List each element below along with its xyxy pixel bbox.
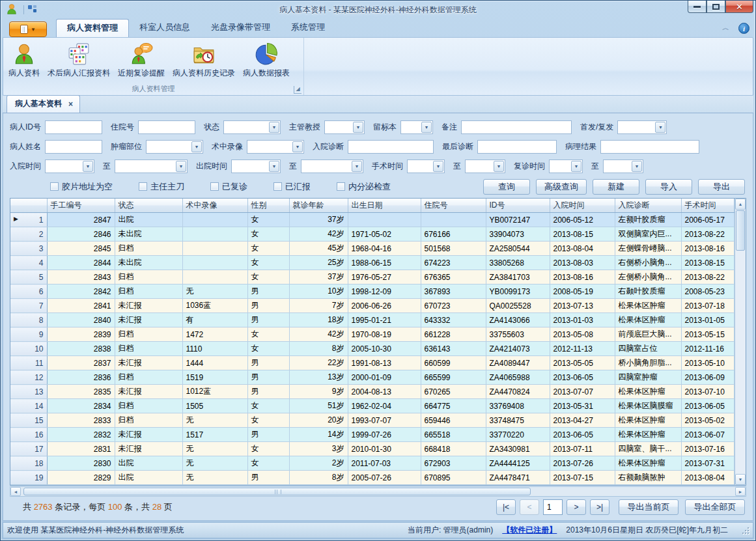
checkbox-1[interactable]: 胶片地址为空 bbox=[50, 181, 113, 193]
horizontal-scroll-thumb[interactable] bbox=[23, 488, 531, 495]
last-page-button[interactable]: >| bbox=[590, 499, 609, 515]
table-row[interactable]: 122836归档1519男13岁2000-01-09665599ZA406598… bbox=[10, 370, 735, 385]
scroll-left-icon[interactable]: ◄ bbox=[10, 487, 21, 496]
first-page-button[interactable]: |< bbox=[496, 499, 516, 515]
surgery-date-to-combo[interactable]: ▼ bbox=[465, 160, 505, 173]
admission-date-from-combo[interactable]: ▼ bbox=[45, 160, 94, 173]
tumor-site-combo[interactable]: ▼ bbox=[146, 140, 203, 154]
advanced-query-button[interactable]: 高级查询 bbox=[536, 179, 587, 195]
column-header-6[interactable]: 出生日期 bbox=[348, 199, 421, 213]
table-row[interactable]: 182830出院无女2岁2011-07-03672903ZA4444125201… bbox=[10, 456, 735, 471]
admission-date-to-combo[interactable]: ▼ bbox=[115, 160, 188, 173]
ribbon-tab-1[interactable]: 病人资料管理 bbox=[56, 19, 129, 37]
chevron-down-icon[interactable]: ▼ bbox=[83, 161, 93, 172]
layout-squares-icon[interactable] bbox=[27, 3, 38, 16]
specimen-kept-combo[interactable]: ▼ bbox=[400, 120, 433, 134]
table-row[interactable]: 152833归档无女20岁1993-07-0765944633748475201… bbox=[10, 413, 735, 428]
tab-patient-basic-info[interactable]: 病人基本资料 × bbox=[7, 95, 80, 113]
patient-name-input[interactable] bbox=[45, 140, 102, 154]
revisit-date-from-combo[interactable]: ▼ bbox=[549, 160, 583, 173]
chevron-down-icon[interactable]: ▼ bbox=[176, 161, 186, 172]
chevron-down-icon[interactable]: ▼ bbox=[655, 122, 665, 133]
ribbon-tab-2[interactable]: 科室人员信息 bbox=[129, 19, 201, 37]
chevron-down-icon[interactable]: ▼ bbox=[269, 161, 279, 172]
chevron-down-icon[interactable]: ▼ bbox=[433, 161, 443, 172]
checkbox-box[interactable] bbox=[50, 182, 59, 191]
checkbox-2[interactable]: 主任主刀 bbox=[139, 181, 184, 193]
ribbon-button-history-folder-clock[interactable]: 病人资料历史记录 bbox=[169, 40, 239, 81]
horizontal-scrollbar[interactable]: ◄ ► bbox=[10, 486, 746, 497]
ribbon-button-report-calendar[interactable]: 术后病人汇报资料 bbox=[44, 40, 114, 81]
scroll-down-icon[interactable]: ▼ bbox=[735, 474, 746, 485]
table-row[interactable]: 172831未汇报无女3岁2010-01-30668418ZA343098120… bbox=[10, 442, 735, 456]
column-header-1[interactable]: 手工编号 bbox=[47, 199, 115, 213]
resize-grip[interactable] bbox=[742, 527, 749, 534]
table-row[interactable]: 192829出院无男8岁2005-07-26670895ZA4478471201… bbox=[10, 471, 735, 485]
table-row[interactable]: 92839归档1472女42岁1970-08-19661228337556032… bbox=[10, 327, 735, 342]
first-or-relapse-combo[interactable]: ▼ bbox=[617, 120, 667, 134]
checkbox-4[interactable]: 已汇报 bbox=[273, 181, 311, 193]
query-button[interactable]: 查询 bbox=[483, 179, 530, 195]
table-row[interactable]: 72841未汇报1036蓝男7岁2006-06-26670723QA002552… bbox=[10, 299, 735, 313]
ribbon-button-pie-chart[interactable]: 病人数据报表 bbox=[239, 40, 294, 81]
column-header-indicator[interactable] bbox=[10, 199, 47, 213]
chevron-down-icon[interactable]: ▼ bbox=[571, 161, 581, 172]
column-header-7[interactable]: 住院号 bbox=[421, 199, 486, 213]
table-row[interactable]: 52843归档女37岁1976-05-27676365ZA38417032013… bbox=[10, 270, 735, 284]
remarks-input[interactable] bbox=[461, 120, 572, 134]
table-row[interactable]: 132835未汇报1012蓝男9岁2004-08-13670265ZA44708… bbox=[10, 385, 735, 399]
collapse-ribbon-icon[interactable]: ︿ bbox=[722, 25, 729, 33]
admission-no-input[interactable] bbox=[138, 120, 195, 134]
table-row[interactable]: 112837未汇报1444男22岁1991-08-13660599ZA40894… bbox=[10, 356, 735, 370]
column-header-8[interactable]: ID号 bbox=[486, 199, 550, 213]
column-header-3[interactable]: 术中录像 bbox=[182, 199, 247, 213]
final-diagnosis-input[interactable] bbox=[477, 140, 557, 154]
export-button[interactable]: 导出 bbox=[698, 179, 745, 195]
maximize-button[interactable] bbox=[707, 1, 725, 13]
table-row[interactable]: 32845归档女45岁1968-04-16501568ZA25805442013… bbox=[10, 242, 735, 256]
chevron-down-icon[interactable]: ▼ bbox=[269, 122, 279, 133]
app-person-icon[interactable] bbox=[6, 3, 18, 18]
page-number-input[interactable]: 1 bbox=[543, 499, 563, 515]
close-button[interactable]: ✕ bbox=[725, 1, 753, 13]
column-header-5[interactable]: 就诊年龄 bbox=[289, 199, 348, 213]
minimize-button[interactable] bbox=[688, 1, 707, 13]
chevron-down-icon[interactable]: ▼ bbox=[292, 141, 303, 152]
chevron-down-icon[interactable]: ▼ bbox=[494, 161, 504, 172]
scroll-right-icon[interactable]: ► bbox=[735, 487, 746, 496]
table-row[interactable]: 1▶2847出院女37岁YB00721472006-05-12左额叶胶质瘤200… bbox=[10, 213, 735, 227]
checkbox-box[interactable] bbox=[210, 182, 219, 191]
table-row[interactable]: 162832未汇报1517男14岁1999-07-266655183377022… bbox=[10, 428, 735, 442]
table-row[interactable]: 42844未出院女25岁1988-06-15674223338052682013… bbox=[10, 256, 735, 270]
table-row[interactable]: 22846未出院女42岁1971-05-02676166339040732013… bbox=[10, 227, 735, 242]
column-header-9[interactable]: 入院时间 bbox=[550, 199, 615, 213]
chief-professor-combo[interactable]: ▼ bbox=[324, 120, 365, 134]
chevron-down-icon[interactable]: ▼ bbox=[632, 161, 642, 172]
checkbox-box[interactable] bbox=[273, 182, 282, 191]
vertical-scroll-thumb[interactable] bbox=[736, 210, 745, 251]
next-page-button[interactable]: > bbox=[567, 499, 586, 515]
table-row[interactable]: 142834归档1505女51岁1962-02-0466477533769408… bbox=[10, 399, 735, 413]
export-current-page-button[interactable]: 导出当前页 bbox=[619, 499, 679, 515]
tab-close-icon[interactable]: × bbox=[68, 100, 73, 109]
checkbox-5[interactable]: 内分泌检查 bbox=[337, 181, 391, 193]
export-all-pages-button[interactable]: 导出全部页 bbox=[685, 499, 745, 515]
table-row[interactable]: 62842归档无男10岁1998-12-09367893YB0099173200… bbox=[10, 284, 735, 299]
dialog-launcher-icon[interactable]: ◢ bbox=[294, 86, 301, 94]
chevron-down-icon[interactable]: ▼ bbox=[421, 122, 432, 133]
status-combo[interactable]: ▼ bbox=[223, 120, 281, 134]
column-header-4[interactable]: 性别 bbox=[247, 199, 289, 213]
admission-diagnosis-input[interactable] bbox=[348, 140, 434, 154]
import-button[interactable]: 导入 bbox=[645, 179, 692, 195]
chevron-down-icon[interactable]: ▼ bbox=[191, 141, 202, 152]
new-button[interactable]: 新建 bbox=[593, 179, 639, 195]
discharge-date-to-combo[interactable]: ▼ bbox=[301, 160, 363, 173]
column-header-11[interactable]: 手术时间 bbox=[681, 199, 735, 213]
surgery-date-from-combo[interactable]: ▼ bbox=[407, 160, 445, 173]
table-row[interactable]: 102838归档1110女8岁2005-10-30636143ZA4214073… bbox=[10, 342, 735, 356]
checkbox-box[interactable] bbox=[337, 182, 345, 191]
ribbon-button-revisit-reminder[interactable]: 近期复诊提醒 bbox=[114, 40, 169, 81]
ribbon-tab-4[interactable]: 系统管理 bbox=[281, 19, 335, 37]
ribbon-button-patient-person[interactable]: 病人资料 bbox=[5, 40, 44, 81]
application-menu-button[interactable]: ▼ bbox=[9, 21, 47, 37]
